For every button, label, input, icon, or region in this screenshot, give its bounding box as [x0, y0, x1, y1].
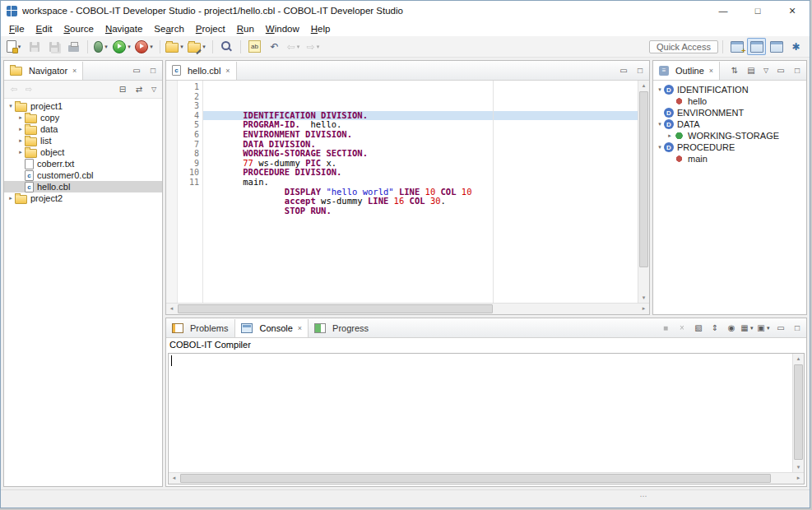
menu-edit[interactable]: Edit: [30, 23, 58, 35]
editor-horizontal-scrollbar[interactable]: ◂ ▸: [166, 303, 649, 314]
collapse-all-button[interactable]: ⊟: [115, 82, 130, 97]
close-editor-tab-icon[interactable]: ×: [225, 67, 230, 75]
print-button[interactable]: [64, 38, 83, 55]
terminate-button[interactable]: ■: [658, 321, 673, 336]
external-tools-button[interactable]: ▾: [134, 38, 155, 55]
collapse-arrow-icon[interactable]: ▾: [656, 121, 664, 128]
scroll-right-icon[interactable]: ▸: [793, 473, 804, 483]
dropdown-arrow-icon[interactable]: ▾: [295, 44, 302, 50]
close-window-button[interactable]: ×: [775, 1, 810, 21]
open-console-button[interactable]: ▣▾: [757, 321, 772, 336]
dropdown-arrow-icon[interactable]: ▾: [749, 325, 755, 332]
view-menu-button[interactable]: ▽: [148, 82, 160, 97]
pin-console-button[interactable]: ◉: [724, 321, 739, 336]
close-outline-icon[interactable]: ×: [709, 67, 713, 75]
menu-run[interactable]: Run: [231, 23, 260, 35]
outline-item-procedure[interactable]: ▾DPROCEDURE: [653, 141, 806, 153]
navigator-forward-button[interactable]: ⇨: [21, 82, 36, 97]
quick-access-box[interactable]: Quick Access: [649, 40, 718, 53]
scroll-lock-button[interactable]: ⇕: [708, 321, 722, 336]
console-text-area[interactable]: [169, 354, 792, 472]
scroll-down-icon[interactable]: ▾: [793, 462, 804, 472]
remove-launch-button[interactable]: ×: [675, 321, 689, 336]
console-output[interactable]: ▴ ▾ ◂ ▸: [168, 353, 805, 484]
outline-item-environment[interactable]: DENVIRONMENT: [653, 107, 806, 118]
menu-search[interactable]: Search: [148, 23, 189, 35]
scrollbar-thumb[interactable]: [794, 364, 803, 460]
scrollbar-thumb[interactable]: [639, 91, 648, 267]
dropdown-arrow-icon[interactable]: ▾: [148, 44, 155, 50]
dropdown-arrow-icon[interactable]: ▾: [179, 44, 185, 50]
tab-console[interactable]: Console×: [234, 319, 309, 337]
toggle-mark-occurrences-button[interactable]: ab: [245, 38, 264, 55]
code-area[interactable]: IDENTIFICATION DIVISION. PROGRAM-ID. hel…: [203, 81, 638, 303]
display-console-button[interactable]: ▦▾: [740, 321, 755, 336]
last-edit-location-button[interactable]: ↶: [265, 38, 284, 55]
clear-console-button[interactable]: ▧: [691, 321, 706, 336]
navigator-item-copy[interactable]: ▸copy: [4, 112, 162, 123]
dropdown-arrow-icon[interactable]: ▾: [103, 44, 109, 50]
expand-arrow-icon[interactable]: ▸: [16, 137, 25, 144]
new-button[interactable]: ▾: [5, 38, 24, 55]
navigator-item-coberr-txt[interactable]: coberr.txt: [4, 158, 162, 169]
tab-hello-cbl[interactable]: c hello.cbl ×: [166, 62, 237, 80]
navigator-back-button[interactable]: ⇦: [7, 82, 21, 97]
navigator-item-data[interactable]: ▸data: [4, 123, 162, 135]
navigator-item-list[interactable]: ▸list: [4, 135, 162, 146]
navigator-item-project2[interactable]: ▸project2: [4, 192, 162, 204]
minimize-view-button[interactable]: ▭: [773, 63, 788, 78]
maximize-view-button[interactable]: □: [633, 63, 647, 78]
scrollbar-thumb[interactable]: [178, 304, 493, 313]
view-menu-button[interactable]: ▽: [760, 63, 772, 78]
dropdown-arrow-icon[interactable]: ▾: [315, 44, 322, 50]
minimize-view-button[interactable]: ▭: [616, 63, 631, 78]
tab-outline[interactable]: ≡ Outline ×: [653, 62, 720, 80]
maximize-window-button[interactable]: □: [740, 1, 775, 21]
editor-vertical-scrollbar[interactable]: ▴ ▾: [638, 81, 649, 303]
scroll-up-icon[interactable]: ▴: [638, 81, 649, 90]
expand-arrow-icon[interactable]: ▸: [7, 195, 15, 202]
collapse-arrow-icon[interactable]: ▾: [656, 86, 664, 93]
console-vertical-scrollbar[interactable]: ▴ ▾: [792, 354, 804, 472]
expand-arrow-icon[interactable]: ▸: [16, 114, 25, 121]
save-button[interactable]: [25, 38, 44, 55]
debug-button[interactable]: ▾: [92, 38, 111, 55]
collapse-arrow-icon[interactable]: ▾: [7, 103, 15, 109]
dropdown-arrow-icon[interactable]: ▾: [201, 44, 207, 50]
navigator-item-hello-cbl[interactable]: chello.cbl: [4, 181, 162, 192]
menu-source[interactable]: Source: [58, 23, 99, 35]
scroll-down-icon[interactable]: ▾: [638, 293, 649, 303]
navigator-item-object[interactable]: ▸object: [4, 146, 162, 158]
sash-handle-icon[interactable]: ⋯: [640, 492, 647, 500]
close-console-tab-icon[interactable]: ×: [298, 324, 302, 332]
forward-button[interactable]: ⇨▾: [304, 38, 323, 55]
debug-perspective-button[interactable]: [767, 38, 786, 55]
tab-problems[interactable]: Problems: [166, 319, 234, 337]
scroll-left-icon[interactable]: ◂: [169, 473, 179, 483]
filter-button[interactable]: ▤: [744, 63, 759, 78]
scroll-up-icon[interactable]: ▴: [793, 354, 804, 364]
expand-arrow-icon[interactable]: ▸: [16, 126, 25, 132]
maximize-view-button[interactable]: □: [146, 63, 160, 78]
link-with-editor-button[interactable]: ⇄: [132, 82, 146, 97]
dropdown-arrow-icon[interactable]: ▾: [126, 44, 132, 50]
open-perspective-button[interactable]: [727, 38, 746, 55]
code-line-11[interactable]: STOP RUN.: [203, 206, 638, 216]
minimize-view-button[interactable]: ▭: [773, 321, 788, 336]
cobol-perspective-button[interactable]: [747, 38, 766, 55]
save-all-button[interactable]: [44, 38, 63, 55]
maximize-view-button[interactable]: □: [790, 321, 805, 336]
minimize-view-button[interactable]: ▭: [129, 63, 144, 78]
scroll-right-icon[interactable]: ▸: [638, 304, 649, 313]
outline-item-data[interactable]: ▾DDATA: [653, 118, 806, 130]
scrollbar-thumb[interactable]: [180, 474, 771, 483]
menu-navigate[interactable]: Navigate: [100, 23, 148, 35]
navigator-item-customer0-cbl[interactable]: ccustomer0.cbl: [4, 169, 162, 181]
tab-progress[interactable]: Progress: [309, 319, 375, 337]
menu-file[interactable]: File: [3, 23, 30, 35]
cobol-it-tools-button[interactable]: ✱: [786, 38, 805, 55]
close-navigator-icon[interactable]: ×: [72, 67, 77, 75]
back-button[interactable]: ⇦▾: [285, 38, 304, 55]
console-horizontal-scrollbar[interactable]: ◂ ▸: [169, 472, 804, 484]
new-cobol-resource-button[interactable]: ▾: [187, 38, 208, 55]
